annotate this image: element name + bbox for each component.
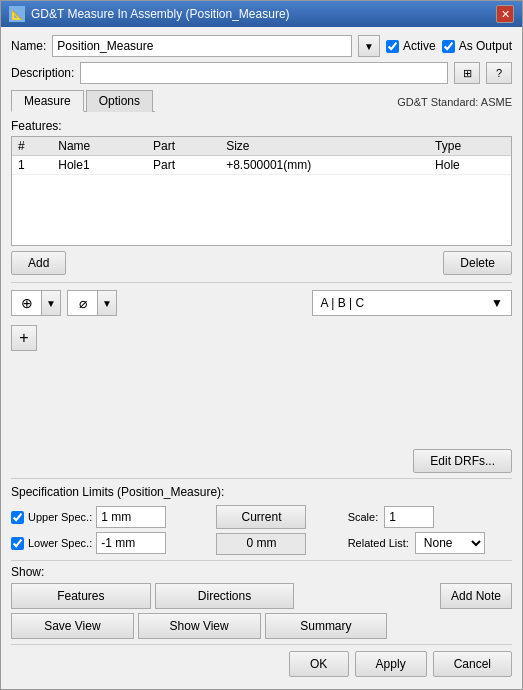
diameter-icon: ⌀ (68, 291, 98, 315)
diameter-arrow[interactable]: ▼ (98, 291, 116, 315)
active-checkbox-group: Active (386, 39, 436, 53)
lower-spec-row: Lower Spec.: (11, 532, 175, 554)
spacer (11, 356, 512, 444)
cell-type: Hole (429, 156, 511, 175)
gdt-standard-label: GD&T Standard: ASME (397, 96, 512, 108)
upper-spec-row: Upper Spec.: (11, 506, 175, 528)
edit-drf-button[interactable]: Edit DRFs... (413, 449, 512, 473)
cell-name: Hole1 (52, 156, 147, 175)
add-delete-row: Add Delete (11, 251, 512, 275)
apply-button[interactable]: Apply (355, 651, 427, 677)
spec-title: Specification Limits (Position_Measure): (11, 485, 512, 499)
edit-drf-row: Edit DRFs... (11, 449, 512, 473)
show-label-row: Show: (11, 565, 512, 583)
upper-spec-input[interactable] (96, 506, 166, 528)
table-row[interactable]: 1 Hole1 Part +8.500001(mm) Hole (12, 156, 511, 175)
spec-center: Current 0 mm (179, 505, 343, 555)
related-label: Related List: (348, 537, 409, 549)
main-window: 📐 GD&T Measure In Assembly (Position_Mea… (0, 0, 523, 690)
spec-grid: Upper Spec.: Lower Spec.: Current 0 mm (11, 505, 512, 555)
show-label: Show: (11, 565, 44, 579)
zero-field: 0 mm (216, 533, 306, 555)
title-bar: 📐 GD&T Measure In Assembly (Position_Mea… (1, 1, 522, 27)
target-arrow[interactable]: ▼ (42, 291, 60, 315)
show-row-2: Save View Show View Summary (11, 613, 512, 639)
tabs-area: Measure Options GD&T Standard: ASME (11, 89, 512, 114)
show-view-button[interactable]: Show View (138, 613, 261, 639)
features-label: Features: (11, 119, 512, 133)
show-row-1: Features Directions Add Note (11, 583, 512, 609)
col-part: Part (147, 137, 220, 156)
scale-input[interactable] (384, 506, 434, 528)
bottom-buttons: OK Apply Cancel (11, 644, 512, 681)
plus-row: + (11, 325, 512, 351)
col-size: Size (220, 137, 429, 156)
window-title: GD&T Measure In Assembly (Position_Measu… (31, 7, 290, 21)
cell-size: +8.500001(mm) (220, 156, 429, 175)
close-button[interactable]: ✕ (496, 5, 514, 23)
abc-arrow: ▼ (491, 296, 503, 310)
cancel-button[interactable]: Cancel (433, 651, 512, 677)
active-checkbox[interactable] (386, 40, 399, 53)
target-icon: ⊕ (12, 291, 42, 315)
title-bar-left: 📐 GD&T Measure In Assembly (Position_Mea… (9, 6, 290, 22)
name-dropdown-button[interactable]: ▼ (358, 35, 380, 57)
description-input[interactable] (80, 62, 448, 84)
related-list-dropdown[interactable]: None (415, 532, 485, 554)
features-section: Features: # Name Part Size Type (11, 119, 512, 246)
ok-button[interactable]: OK (289, 651, 349, 677)
features-show-button[interactable]: Features (11, 583, 151, 609)
as-output-label: As Output (459, 39, 512, 53)
related-row: Related List: None (348, 532, 512, 554)
active-label: Active (403, 39, 436, 53)
abc-value: A | B | C (321, 296, 365, 310)
name-input[interactable] (52, 35, 352, 57)
current-button[interactable]: Current (216, 505, 306, 529)
features-table: # Name Part Size Type 1 Hole1 Part +8.50 (12, 137, 511, 175)
description-label: Description: (11, 66, 74, 80)
upper-spec-label: Upper Spec.: (28, 511, 92, 523)
spec-right: Scale: Related List: None (348, 506, 512, 554)
as-output-checkbox[interactable] (442, 40, 455, 53)
add-button[interactable]: Add (11, 251, 66, 275)
show-section: Show: Features Directions Add Note Save … (11, 560, 512, 639)
diameter-dropdown[interactable]: ⌀ ▼ (67, 290, 117, 316)
tab-bar: Measure Options (11, 89, 155, 112)
table-header-row: # Name Part Size Type (12, 137, 511, 156)
col-name: Name (52, 137, 147, 156)
controls-row: ⊕ ▼ ⌀ ▼ A | B | C ▼ (11, 290, 512, 316)
cell-part: Part (147, 156, 220, 175)
abc-dropdown[interactable]: A | B | C ▼ (312, 290, 513, 316)
save-view-button[interactable]: Save View (11, 613, 134, 639)
window-icon: 📐 (9, 6, 25, 22)
scale-label: Scale: (348, 511, 379, 523)
grid-icon-button[interactable]: ⊞ (454, 62, 480, 84)
features-table-container: # Name Part Size Type 1 Hole1 Part +8.50 (11, 136, 512, 246)
description-row: Description: ⊞ ? (11, 62, 512, 84)
summary-button[interactable]: Summary (265, 613, 388, 639)
cell-num: 1 (12, 156, 52, 175)
lower-spec-checkbox[interactable] (11, 537, 24, 550)
col-type: Type (429, 137, 511, 156)
tab-measure[interactable]: Measure (11, 90, 84, 112)
lower-spec-label: Lower Spec.: (28, 537, 92, 549)
tab-options[interactable]: Options (86, 90, 153, 112)
delete-button[interactable]: Delete (443, 251, 512, 275)
name-row: Name: ▼ Active As Output (11, 35, 512, 57)
help-icon-button[interactable]: ? (486, 62, 512, 84)
spec-section: Specification Limits (Position_Measure):… (11, 478, 512, 555)
name-label: Name: (11, 39, 46, 53)
directions-button[interactable]: Directions (155, 583, 295, 609)
scale-row: Scale: (348, 506, 512, 528)
spec-left: Upper Spec.: Lower Spec.: (11, 506, 175, 554)
upper-spec-checkbox[interactable] (11, 511, 24, 524)
col-num: # (12, 137, 52, 156)
lower-spec-input[interactable] (96, 532, 166, 554)
plus-button[interactable]: + (11, 325, 37, 351)
add-note-button[interactable]: Add Note (440, 583, 512, 609)
separator-1 (11, 282, 512, 283)
as-output-checkbox-group: As Output (442, 39, 512, 53)
dialog-content: Name: ▼ Active As Output Description: ⊞ … (1, 27, 522, 689)
target-dropdown[interactable]: ⊕ ▼ (11, 290, 61, 316)
